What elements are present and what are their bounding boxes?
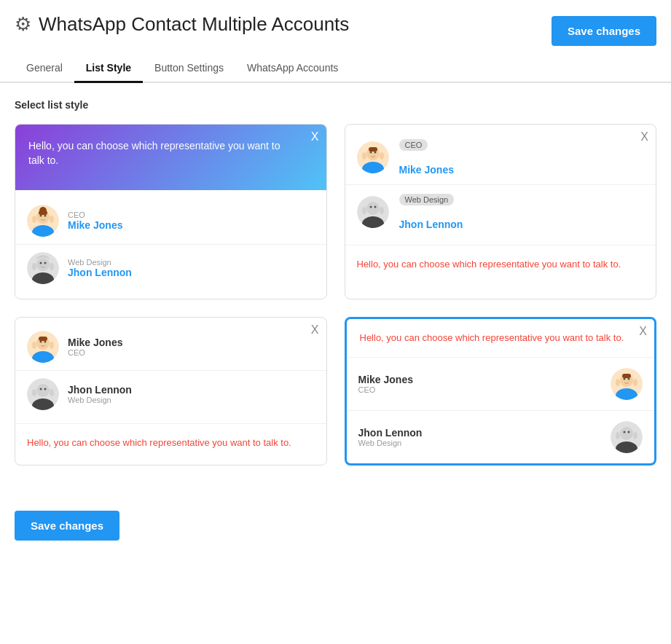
save-changes-button-bottom[interactable]: Save changes bbox=[15, 511, 119, 541]
contact-row-mike: CEO Mike Jones bbox=[15, 197, 326, 245]
card1-header-text: Hello, you can choose which representati… bbox=[28, 139, 313, 168]
card3-info-jhon: Jhon Lennon Web Design bbox=[68, 384, 132, 404]
card4-row-jhon: Jhon Lennon Web Design bbox=[347, 411, 655, 463]
svg-point-29 bbox=[362, 207, 366, 214]
svg-point-30 bbox=[380, 207, 384, 214]
card4-header-text: Hello, you can choose which representati… bbox=[360, 331, 642, 345]
card4-header: X Hello, you can choose which representa… bbox=[347, 319, 655, 358]
tab-whatsapp-accounts[interactable]: WhatsApp Accounts bbox=[235, 55, 350, 83]
card2-footer-text: Hello, you can choose which representati… bbox=[357, 257, 645, 272]
svg-point-28 bbox=[374, 206, 376, 208]
avatar-mike bbox=[27, 205, 59, 237]
style-card-2[interactable]: X bbox=[345, 124, 657, 299]
svg-point-58 bbox=[628, 431, 630, 433]
card3-contacts: Mike Jones CEO bbox=[15, 318, 326, 423]
card3-name-mike: Mike Jones bbox=[68, 337, 122, 348]
svg-point-44 bbox=[32, 389, 36, 396]
svg-rect-38 bbox=[39, 337, 47, 341]
svg-point-12 bbox=[40, 262, 42, 264]
avatar-mike-4 bbox=[611, 368, 643, 400]
card3-role-jhon: Web Design bbox=[68, 396, 132, 404]
svg-point-8 bbox=[39, 207, 47, 214]
styles-grid: X Hello, you can choose which representa… bbox=[15, 124, 656, 466]
badge-webdesign: Web Design bbox=[399, 194, 455, 205]
content-area: Select list style X Hello, you can choos… bbox=[0, 83, 671, 503]
card4-contacts: Mike Jones CEO bbox=[347, 358, 655, 463]
card4-left-jhon: Jhon Lennon Web Design bbox=[358, 427, 423, 447]
card2-contacts: CEO Mike Jones bbox=[345, 125, 656, 245]
page-title: WhatsApp Contact Multiple Accounts bbox=[39, 13, 349, 36]
svg-point-41 bbox=[36, 384, 50, 397]
avatar-mike-3 bbox=[27, 331, 59, 363]
contact-name-jhon: Jhon Lennon bbox=[68, 267, 132, 278]
style-card-4[interactable]: X Hello, you can choose which representa… bbox=[345, 317, 657, 466]
card1-header: X Hello, you can choose which representa… bbox=[15, 125, 326, 190]
contact-role-mike: CEO bbox=[68, 211, 122, 219]
section-title: Select list style bbox=[15, 99, 656, 111]
contact-role-jhon: Web Design bbox=[68, 258, 132, 267]
header: ⚙ WhatsApp Contact Multiple Accounts Sav… bbox=[0, 0, 671, 46]
card2-name-mike: Mike Jones bbox=[399, 164, 454, 176]
card2-info-jhon: Web Design Jhon Lennon bbox=[399, 194, 463, 230]
avatar-jhon-4 bbox=[611, 421, 643, 453]
save-changes-button-top[interactable]: Save changes bbox=[552, 16, 656, 46]
svg-point-60 bbox=[633, 432, 637, 439]
svg-point-57 bbox=[624, 431, 626, 433]
card2-name-jhon: Jhon Lennon bbox=[399, 219, 463, 230]
svg-point-51 bbox=[616, 379, 620, 386]
style-card-3[interactable]: X bbox=[15, 317, 327, 466]
contact-info-jhon: Web Design Jhon Lennon bbox=[68, 258, 132, 278]
page-wrapper: ⚙ WhatsApp Contact Multiple Accounts Sav… bbox=[0, 0, 671, 644]
tab-general[interactable]: General bbox=[15, 55, 74, 83]
card3-footer-text: Hello, you can choose which representati… bbox=[27, 436, 315, 450]
svg-point-36 bbox=[32, 342, 36, 349]
close-icon-card1[interactable]: X bbox=[311, 130, 319, 144]
avatar-mike-2 bbox=[357, 141, 389, 173]
card2-row-jhon: Web Design Jhon Lennon bbox=[345, 185, 656, 239]
card4-role-mike: CEO bbox=[358, 385, 413, 394]
card3-row-jhon: Jhon Lennon Web Design bbox=[15, 371, 326, 417]
svg-point-26 bbox=[366, 202, 380, 215]
header-left: ⚙ WhatsApp Contact Multiple Accounts bbox=[15, 13, 349, 36]
svg-point-5 bbox=[32, 216, 36, 223]
card3-role-mike: CEO bbox=[68, 348, 122, 357]
svg-point-15 bbox=[50, 263, 54, 270]
svg-point-22 bbox=[380, 152, 384, 160]
svg-point-42 bbox=[40, 388, 42, 390]
svg-point-59 bbox=[616, 432, 620, 439]
svg-point-27 bbox=[369, 206, 372, 208]
badge-ceo: CEO bbox=[399, 139, 428, 151]
card2-info-mike: CEO Mike Jones bbox=[399, 139, 454, 176]
svg-point-13 bbox=[44, 262, 47, 264]
contact-info-mike: CEO Mike Jones bbox=[68, 211, 122, 231]
close-icon-card4[interactable]: X bbox=[639, 325, 647, 338]
avatar-jhon-3 bbox=[27, 378, 59, 410]
card3-footer: Hello, you can choose which representati… bbox=[15, 423, 326, 462]
svg-point-56 bbox=[620, 427, 633, 440]
svg-rect-53 bbox=[622, 374, 631, 378]
svg-point-6 bbox=[50, 216, 54, 223]
card3-info-mike: Mike Jones CEO bbox=[68, 337, 122, 357]
avatar-jhon-2 bbox=[357, 196, 389, 228]
svg-point-11 bbox=[36, 258, 50, 271]
card1-contacts: CEO Mike Jones bbox=[15, 190, 326, 299]
gear-icon: ⚙ bbox=[15, 13, 31, 36]
svg-rect-23 bbox=[369, 147, 377, 152]
svg-point-14 bbox=[32, 263, 36, 270]
svg-point-45 bbox=[50, 389, 54, 396]
card2-row-mike: CEO Mike Jones bbox=[345, 130, 656, 185]
card3-row-mike: Mike Jones CEO bbox=[15, 323, 326, 371]
card4-row-mike: Mike Jones CEO bbox=[347, 358, 655, 411]
tab-button-settings[interactable]: Button Settings bbox=[143, 55, 235, 83]
card4-name-jhon: Jhon Lennon bbox=[358, 427, 423, 439]
tabs-nav: General List Style Button Settings Whats… bbox=[0, 55, 671, 83]
style-card-1[interactable]: X Hello, you can choose which representa… bbox=[15, 124, 327, 299]
tab-list-style[interactable]: List Style bbox=[74, 55, 143, 83]
contact-row-jhon: Web Design Jhon Lennon bbox=[15, 245, 326, 291]
card4-role-jhon: Web Design bbox=[358, 439, 423, 447]
svg-point-37 bbox=[50, 342, 54, 349]
svg-point-21 bbox=[362, 152, 366, 160]
card4-name-mike: Mike Jones bbox=[358, 374, 413, 385]
card3-name-jhon: Jhon Lennon bbox=[68, 384, 132, 396]
close-icon-card3[interactable]: X bbox=[311, 323, 319, 337]
